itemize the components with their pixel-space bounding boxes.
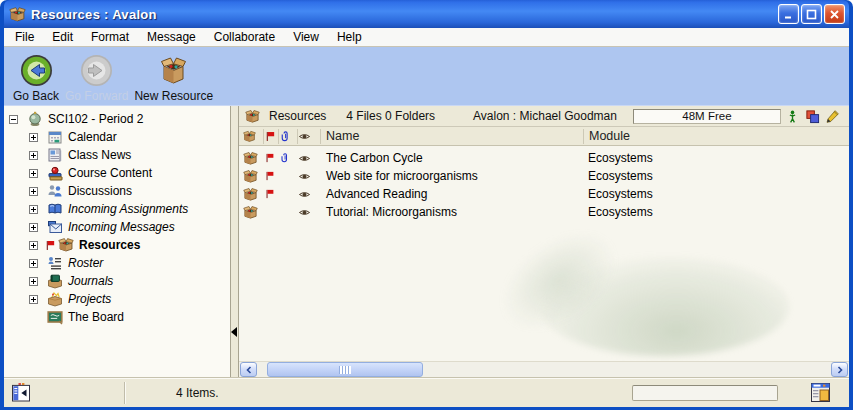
sidebar-item-label: Roster [68,256,103,270]
flag-icon [44,239,57,252]
edit-pencil-icon[interactable] [825,109,839,123]
info-bar-tools [785,109,843,123]
go-back-button[interactable]: Go Back [10,53,62,103]
menu-bar: FileEditFormatMessageCollaborateViewHelp [4,28,849,47]
expand-icon[interactable] [29,277,38,286]
go-forward-button[interactable]: Go Forward [62,53,131,103]
new-resource-button[interactable]: New Resource [131,53,216,103]
sidebar-item-incoming-assignments[interactable]: Incoming Assignments [4,200,230,218]
news-icon [47,147,63,163]
eye-icon[interactable] [298,149,321,167]
expand-icon[interactable] [29,205,38,214]
expand-icon[interactable] [29,151,38,160]
file-module: Ecosystems [583,169,849,183]
menu-collaborate[interactable]: Collaborate [205,28,284,46]
sidebar-item-label: Calendar [68,130,117,144]
books-icon [47,165,63,181]
status-divider [124,382,125,404]
sidebar-item-label: Resources [79,238,140,252]
item-type-column-icon[interactable] [243,129,264,144]
splitter-collapse-icon[interactable] [231,327,237,337]
sidebar-item-roster[interactable]: Roster [4,254,230,272]
attachment-empty [279,167,298,185]
expand-icon[interactable] [29,259,38,268]
sidebar-item-projects[interactable]: Projects [4,290,230,308]
flag-icon [264,167,279,185]
folder-title: Resources [269,109,326,123]
menu-help[interactable]: Help [328,28,371,46]
menu-message[interactable]: Message [138,28,205,46]
eye-icon[interactable] [298,203,321,221]
view-layers-icon[interactable] [805,109,819,123]
scroll-left-arrow[interactable] [240,362,257,377]
maximize-button[interactable] [801,4,822,24]
sidebar-item-discussions[interactable]: Discussions [4,182,230,200]
expand-icon[interactable] [29,223,38,232]
expand-icon[interactable] [29,169,38,178]
collapse-panel-icon[interactable] [10,382,32,403]
window-layout-icon[interactable] [810,382,831,403]
sidebar-item-course-content[interactable]: Course Content [4,164,230,182]
eye-icon[interactable] [298,167,321,185]
sidebar-item-calendar[interactable]: Calendar [4,128,230,146]
sidebar-item-label: Class News [68,148,131,162]
messages-icon [47,219,63,235]
menu-edit[interactable]: Edit [43,28,82,46]
menu-file[interactable]: File [6,28,43,46]
expand-icon[interactable] [29,295,38,304]
file-row[interactable]: The Carbon CycleEcosystems [239,149,849,167]
title-bar: Resources : Avalon [4,0,849,28]
sidebar-item-sci102-period-2[interactable]: SCI102 - Period 2 [4,110,230,128]
panel-splitter[interactable] [231,106,239,377]
file-name: Web site for microorganisms [321,169,583,183]
file-panel: Resources 4 Files 0 Folders Avalon : Mic… [239,106,849,377]
sidebar-item-label: SCI102 - Period 2 [48,112,143,126]
menu-view[interactable]: View [284,28,328,46]
scrollbar-grip [339,366,351,374]
window-controls [778,4,845,24]
expander-spacer [29,313,38,322]
attachment-column-icon[interactable] [279,129,298,144]
eye-icon[interactable] [298,185,321,203]
attachment-empty [279,203,298,221]
expand-icon[interactable] [29,241,38,250]
minimize-button[interactable] [778,4,799,24]
name-column-header[interactable]: Name [321,129,583,144]
module-column-header[interactable]: Module [583,129,849,144]
free-space-indicator: 48M Free [633,109,781,124]
menu-format[interactable]: Format [82,28,138,46]
sidebar-item-journals[interactable]: Journals [4,272,230,290]
projects-icon [47,291,63,307]
orb-icon [27,111,43,127]
close-button[interactable] [824,4,845,24]
sidebar-item-resources[interactable]: Resources [4,236,230,254]
file-row[interactable]: Web site for microorganismsEcosystems [239,167,849,185]
collapse-icon[interactable] [9,115,18,124]
scroll-right-arrow[interactable] [831,362,848,377]
folder-counts: 4 Files 0 Folders [346,109,435,123]
sidebar-item-label: Projects [68,292,111,306]
permissions-person-icon[interactable] [785,109,799,123]
resource-box-icon [243,149,264,167]
sidebar-item-label: Journals [68,274,113,288]
journal-icon [47,273,63,289]
visibility-column-icon[interactable] [298,129,321,144]
expand-icon[interactable] [29,187,38,196]
file-row[interactable]: Tutorial: MicroorganismsEcosystems [239,203,849,221]
expand-icon[interactable] [29,133,38,142]
flag-column-icon[interactable] [264,129,279,144]
sidebar-item-the-board[interactable]: The Board [4,308,230,326]
file-list: The Carbon CycleEcosystemsWeb site for m… [239,146,849,361]
calendar-icon [47,129,63,145]
file-row[interactable]: Advanced ReadingEcosystems [239,185,849,203]
horizontal-scrollbar[interactable] [239,361,849,377]
resource-box-icon [243,167,264,185]
sidebar-item-incoming-messages[interactable]: Incoming Messages [4,218,230,236]
flag-icon [264,149,279,167]
scrollbar-thumb[interactable] [267,362,423,377]
column-header-row: Name Module [239,127,849,146]
app-window: Resources : Avalon FileEditFormatMessage… [0,0,853,410]
status-progress-box [632,385,778,401]
file-name: Tutorial: Microorganisms [321,205,583,219]
sidebar-item-class-news[interactable]: Class News [4,146,230,164]
